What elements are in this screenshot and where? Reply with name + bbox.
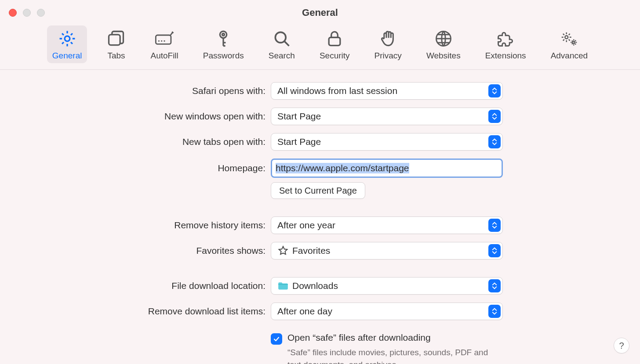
- svg-point-5: [164, 40, 165, 42]
- svg-point-8: [275, 32, 286, 43]
- autofill-icon: [155, 29, 174, 48]
- open-safe-files-checkbox[interactable]: [271, 333, 282, 345]
- chevron-updown-icon: [488, 279, 501, 292]
- tab-label: Privacy: [375, 51, 402, 61]
- close-window-button[interactable]: [9, 9, 17, 17]
- chevron-updown-icon: [488, 305, 501, 318]
- svg-point-3: [158, 40, 160, 42]
- titlebar: General: [0, 0, 640, 25]
- remove-downloads-select[interactable]: After one day: [271, 303, 503, 320]
- hand-icon: [378, 29, 398, 48]
- tab-general[interactable]: General: [47, 25, 87, 63]
- gear-icon: [58, 29, 77, 48]
- window-controls: [9, 9, 45, 17]
- tab-passwords[interactable]: Passwords: [198, 25, 249, 63]
- select-value: Start Page: [277, 137, 321, 147]
- tab-label: Tabs: [107, 51, 125, 61]
- tab-label: AutoFill: [150, 51, 178, 61]
- chevron-updown-icon: [488, 84, 501, 97]
- select-value: Favorites: [292, 245, 330, 256]
- svg-rect-1: [109, 35, 120, 45]
- help-button[interactable]: ?: [614, 338, 629, 353]
- homepage-value: https://www.apple.com/startpage: [276, 163, 409, 173]
- label-safari-opens: Safari opens with:: [0, 86, 271, 96]
- label-new-windows: New windows open with:: [0, 111, 271, 122]
- tab-websites[interactable]: Websites: [421, 25, 466, 63]
- tab-tabs[interactable]: Tabs: [101, 25, 131, 63]
- preferences-toolbar: General Tabs AutoFill: [0, 25, 640, 70]
- chevron-updown-icon: [488, 110, 501, 123]
- open-safe-files-label: Open “safe” files after downloading: [287, 332, 503, 343]
- homepage-field-focus-ring: https://www.apple.com/startpage: [271, 159, 503, 178]
- tab-advanced[interactable]: Advanced: [545, 25, 593, 63]
- minimize-window-button[interactable]: [23, 9, 31, 17]
- label-remove-downloads: Remove download list items:: [0, 306, 271, 317]
- new-windows-select[interactable]: Start Page: [271, 108, 503, 125]
- tab-autofill[interactable]: AutoFill: [145, 25, 183, 63]
- svg-rect-2: [156, 35, 171, 44]
- new-tabs-select[interactable]: Start Page: [271, 133, 503, 151]
- download-location-select[interactable]: Downloads: [271, 277, 503, 295]
- tab-search[interactable]: Search: [263, 25, 300, 63]
- key-icon: [214, 29, 233, 48]
- zoom-window-button[interactable]: [37, 9, 45, 17]
- tab-extensions[interactable]: Extensions: [480, 25, 531, 63]
- lock-icon: [325, 29, 344, 48]
- puzzle-icon: [496, 29, 515, 48]
- set-to-current-page-button[interactable]: Set to Current Page: [271, 182, 365, 199]
- label-new-tabs: New tabs open with:: [0, 137, 271, 147]
- svg-point-4: [161, 40, 162, 42]
- tab-label: Extensions: [485, 51, 526, 61]
- safari-opens-with-select[interactable]: All windows from last session: [271, 82, 503, 100]
- svg-point-0: [65, 36, 70, 41]
- label-homepage: Homepage:: [0, 163, 271, 173]
- tab-label: General: [52, 51, 82, 61]
- chevron-updown-icon: [488, 135, 501, 148]
- tab-label: Websites: [426, 51, 461, 61]
- safe-files-hint: “Safe” files include movies, pictures, s…: [287, 346, 503, 364]
- svg-point-12: [573, 41, 575, 43]
- favorites-shows-select[interactable]: Favorites: [271, 242, 503, 259]
- tab-label: Search: [269, 51, 295, 61]
- tab-label: Passwords: [203, 51, 244, 61]
- window-title: General: [0, 7, 640, 18]
- label-download-location: File download location:: [0, 281, 271, 291]
- tab-label: Security: [320, 51, 350, 61]
- gears-icon: [560, 29, 579, 48]
- tab-label: Advanced: [551, 51, 588, 61]
- homepage-input[interactable]: https://www.apple.com/startpage: [273, 161, 501, 176]
- svg-point-6: [220, 31, 227, 38]
- select-value: Downloads: [292, 281, 338, 291]
- general-pane: Safari opens with: All windows from last…: [0, 70, 640, 364]
- select-value: All windows from last session: [277, 86, 397, 96]
- svg-point-7: [222, 33, 225, 36]
- remove-history-select[interactable]: After one year: [271, 216, 503, 234]
- label-favorites-shows: Favorites shows:: [0, 245, 271, 256]
- chevron-updown-icon: [488, 219, 501, 232]
- globe-icon: [434, 29, 453, 48]
- svg-rect-9: [329, 37, 340, 45]
- folder-icon: [277, 281, 289, 291]
- tab-security[interactable]: Security: [314, 25, 355, 63]
- svg-point-11: [565, 36, 568, 39]
- select-value: Start Page: [277, 111, 321, 122]
- star-icon: [277, 246, 289, 256]
- svg-rect-13: [278, 284, 288, 285]
- tab-privacy[interactable]: Privacy: [369, 25, 407, 63]
- tabs-icon: [106, 29, 126, 48]
- select-value: After one year: [277, 220, 335, 231]
- chevron-updown-icon: [488, 244, 501, 257]
- search-icon: [272, 29, 291, 48]
- select-value: After one day: [277, 306, 332, 317]
- label-remove-history: Remove history items:: [0, 220, 271, 231]
